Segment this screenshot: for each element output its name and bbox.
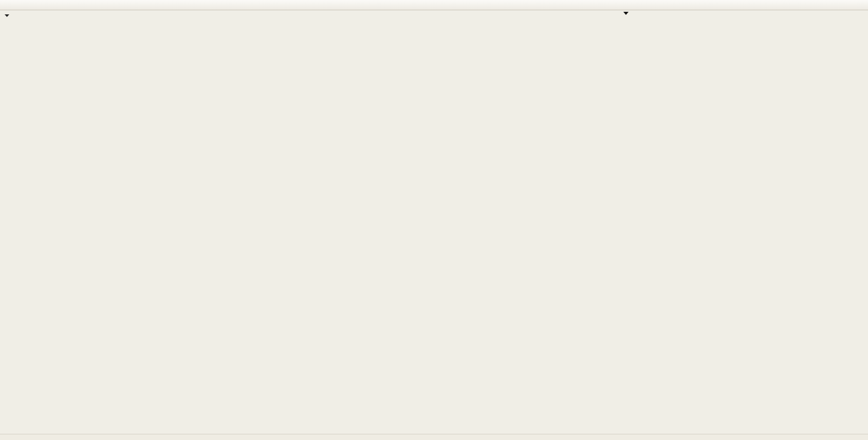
chart-canvas[interactable] — [0, 10, 868, 440]
metatrader-window — [0, 0, 868, 440]
status-strip — [0, 434, 868, 440]
chart-shift-marker — [623, 12, 629, 15]
toolbar — [0, 0, 868, 10]
chart-title-dropdown-icon[interactable] — [5, 14, 9, 17]
